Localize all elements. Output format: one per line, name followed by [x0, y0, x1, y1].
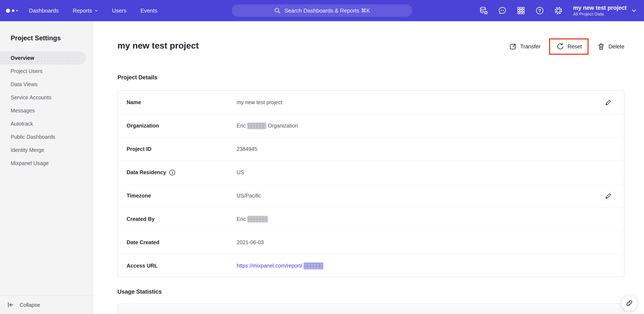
row-label: Timezone — [118, 193, 236, 199]
row-label: Created By — [118, 216, 236, 222]
sidebar-item-messages[interactable]: Messages — [0, 104, 94, 117]
mixpanel-dots-logo[interactable] — [6, 0, 18, 21]
table-row-data-residency: Data Residency US — [118, 161, 624, 184]
table-row-date-created: Date Created 2021-06-03 — [118, 231, 624, 254]
row-label: Project ID — [118, 146, 236, 152]
row-value: Eric — [236, 123, 246, 129]
collapse-label: Collapse — [20, 302, 40, 308]
current-project-name: my new test project — [573, 5, 626, 11]
data-management-icon[interactable] — [479, 6, 488, 15]
main-content: my new test project Transfer — [94, 21, 644, 314]
settings-sidebar: Project Settings Overview Project Users … — [0, 21, 94, 314]
primary-nav: Dashboards Reports Users Events — [29, 0, 158, 21]
apps-grid-icon[interactable] — [516, 6, 526, 15]
project-details-card: Name my new test project Organization Er… — [118, 90, 624, 277]
help-icon[interactable]: ? — [535, 6, 544, 15]
section-title-usage-statistics: Usage Statistics — [118, 289, 162, 295]
sidebar-item-public-dashboards[interactable]: Public Dashboards — [0, 130, 94, 143]
table-row-timezone: Timezone US/Pacific — [118, 184, 624, 207]
info-icon[interactable] — [169, 169, 176, 176]
sidebar-item-label: Public Dashboards — [10, 134, 55, 140]
sidebar-nav: Overview Project Users Data Views Servic… — [0, 51, 94, 170]
transfer-button[interactable]: Transfer — [509, 43, 540, 51]
row-value: Organization — [268, 123, 298, 129]
trash-icon — [597, 43, 605, 51]
project-switcher-text: my new test project All Project Data — [573, 5, 626, 17]
transfer-label: Transfer — [520, 43, 540, 50]
edit-timezone-button[interactable] — [604, 192, 612, 200]
sidebar-item-label: Mixpanel Usage — [10, 160, 49, 166]
top-nav-bar: Dashboards Reports Users Events Search D… — [0, 0, 644, 21]
search-input[interactable]: Search Dashboards & Reports ⌘K — [232, 4, 412, 17]
reset-highlight-annotation: Reset — [549, 38, 588, 55]
copy-link-fab[interactable] — [621, 295, 638, 311]
transfer-icon — [509, 43, 517, 51]
row-label: Organization — [118, 123, 236, 129]
table-row-project-id: Project ID 2384945 — [118, 137, 624, 161]
redacted-text — [248, 216, 268, 222]
search-placeholder: Search Dashboards & Reports ⌘K — [284, 7, 370, 14]
usage-statistics-card — [118, 304, 624, 314]
chevron-down-icon — [631, 8, 637, 13]
project-actions: Transfer Reset — [509, 38, 624, 55]
sidebar-item-label: Service Accounts — [10, 94, 52, 101]
settings-gear-icon[interactable] — [554, 6, 563, 15]
logo-dot-large — [6, 9, 10, 13]
redacted-text — [248, 123, 266, 129]
logo-dot-medium — [12, 9, 14, 12]
row-value: Eric — [236, 216, 246, 222]
row-label: Date Created — [118, 239, 236, 246]
nav-item-dashboards[interactable]: Dashboards — [29, 7, 58, 14]
delete-button[interactable]: Delete — [597, 43, 624, 51]
row-value: US/Pacific — [236, 193, 261, 199]
sidebar-item-label: Project Users — [10, 68, 42, 74]
table-row-access-url: Access URL https://mixpanel.com/report/ — [118, 254, 624, 277]
nav-item-events[interactable]: Events — [140, 7, 158, 14]
table-row-organization: Organization Eric Organization — [118, 114, 624, 137]
nav-right-cluster: ? my new test project All Project Data — [479, 0, 637, 21]
sidebar-item-data-views[interactable]: Data Views — [0, 78, 94, 91]
access-url-link[interactable]: https://mixpanel.com/report/ — [236, 263, 302, 269]
sidebar-item-label: Data Views — [10, 81, 38, 87]
mixpanel-project-settings-page: Dashboards Reports Users Events Search D… — [0, 0, 644, 314]
table-row-created-by: Created By Eric — [118, 207, 624, 231]
link-icon — [625, 299, 634, 308]
sidebar-item-autotrack[interactable]: Autotrack — [0, 117, 94, 130]
row-label: Name — [118, 99, 236, 105]
sidebar-item-service-accounts[interactable]: Service Accounts — [0, 91, 94, 104]
nav-label: Users — [112, 7, 126, 14]
search-icon — [274, 7, 281, 14]
sidebar-item-project-users[interactable]: Project Users — [0, 64, 94, 78]
nav-label: Events — [140, 7, 158, 14]
sidebar-item-label: Autotrack — [10, 121, 33, 127]
collapse-sidebar-button[interactable]: Collapse — [0, 295, 94, 314]
row-value: US — [236, 169, 244, 175]
row-value: 2384945 — [236, 146, 257, 152]
edit-name-button[interactable] — [604, 98, 612, 106]
sidebar-item-label: Identity Merge — [10, 147, 44, 153]
reset-icon — [556, 42, 564, 51]
table-row-name: Name my new test project — [118, 91, 624, 114]
nav-label: Reports — [73, 7, 92, 14]
row-label: Data Residency — [126, 169, 166, 175]
logo-dot-small — [16, 10, 18, 11]
page-title: my new test project — [118, 41, 199, 51]
reset-button[interactable]: Reset — [556, 42, 582, 51]
row-value: my new test project — [236, 99, 282, 105]
section-title-project-details: Project Details — [118, 74, 158, 81]
support-chat-icon[interactable] — [498, 6, 507, 15]
sidebar-title: Project Settings — [10, 34, 61, 42]
current-data-scope: All Project Data — [573, 11, 626, 17]
sidebar-item-label: Messages — [10, 108, 35, 114]
sidebar-item-mixpanel-usage[interactable]: Mixpanel Usage — [0, 157, 94, 170]
nav-item-reports[interactable]: Reports — [73, 7, 98, 14]
project-switcher[interactable]: my new test project All Project Data — [573, 5, 637, 17]
sidebar-item-overview[interactable]: Overview — [0, 51, 86, 64]
nav-item-users[interactable]: Users — [112, 7, 126, 14]
row-value: 2021-06-03 — [236, 239, 264, 246]
svg-text:?: ? — [538, 8, 541, 13]
reset-label: Reset — [568, 43, 582, 50]
sidebar-item-identity-merge[interactable]: Identity Merge — [0, 143, 94, 157]
collapse-arrow-icon — [6, 301, 14, 309]
delete-label: Delete — [608, 43, 624, 50]
